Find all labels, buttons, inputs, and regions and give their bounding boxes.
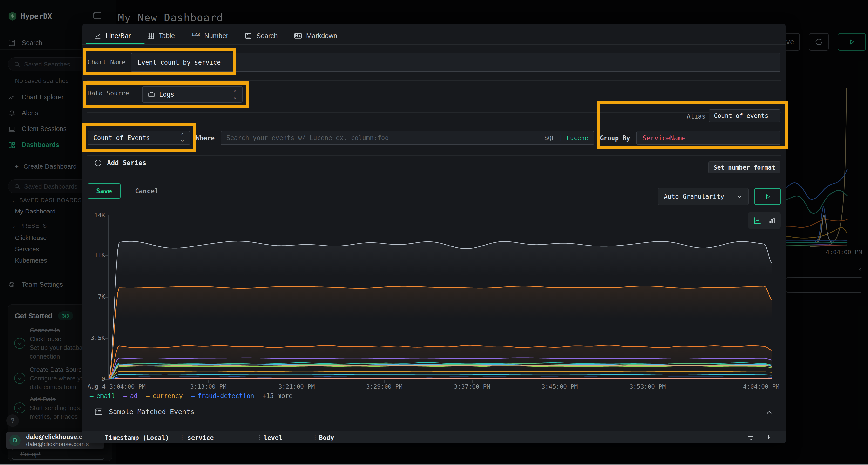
column-header-service[interactable]: service (187, 434, 214, 441)
legend-swatch: — (90, 392, 94, 399)
filter-icon[interactable] (747, 434, 754, 441)
annotation-box-alias-group-by (597, 101, 788, 149)
sample-events-title: Sample Matched Events (109, 408, 194, 416)
column-resize-handle[interactable]: ⋮ (312, 434, 318, 441)
legend-label: fraud-detection (197, 392, 254, 399)
legend-label: currency (153, 392, 183, 399)
legend-item[interactable]: —ad (123, 392, 138, 399)
number-123-icon: 123 (191, 32, 200, 37)
y-tick-label: 0 (86, 375, 105, 383)
legend-item[interactable]: —email (90, 392, 115, 399)
list-icon (94, 408, 103, 416)
chart-legend: —email —ad —currency —fraud-detection +1… (90, 392, 293, 399)
x-tick-label: 3:37:00 PM (454, 383, 490, 390)
legend-swatch: — (146, 392, 150, 399)
y-tick-label: 14K (86, 212, 105, 219)
download-icon[interactable] (765, 434, 772, 441)
annotation-box-data-source (83, 81, 249, 108)
modal-tabbar: Line/Bar Table 123 Number Search (83, 24, 785, 44)
modal-save-button[interactable]: Save (88, 184, 121, 199)
column-header-body[interactable]: Body (319, 434, 334, 441)
x-tick-label: 3:29:00 PM (366, 383, 403, 390)
tab-markdown[interactable]: Markdown (289, 28, 343, 44)
x-tick (769, 380, 769, 383)
table-icon (147, 32, 154, 39)
x-tick (384, 380, 385, 383)
set-number-format-button[interactable]: Set number format (708, 161, 780, 173)
granularity-select[interactable]: Auto Granularity (658, 188, 749, 205)
markdown-icon (294, 32, 302, 39)
granularity-value: Auto Granularity (664, 193, 724, 200)
tab-label: Markdown (306, 32, 337, 40)
where-placeholder: Search your events w/ Lucene ex. column:… (226, 134, 389, 141)
legend-more-link[interactable]: +15 more (262, 392, 292, 399)
mode-separator: | (559, 134, 563, 141)
x-tick-label: 3:13:00 PM (190, 383, 227, 390)
x-tick-label: 4:04:00 PM (743, 383, 779, 390)
legend-label: email (96, 392, 115, 399)
document-list-icon (245, 32, 252, 39)
avatar-initial: D (13, 437, 17, 444)
x-tick-label: Aug 4 3:04:00 PM (88, 383, 146, 390)
x-tick-label: 3:45:00 PM (541, 383, 578, 390)
x-tick (472, 380, 472, 383)
legend-swatch: — (123, 392, 127, 399)
chevron-up-icon (766, 409, 773, 416)
x-tick (297, 380, 297, 383)
y-tick (105, 338, 108, 339)
save-label: Save (96, 187, 112, 195)
legend-item[interactable]: —currency (146, 392, 183, 399)
column-header-timestamp[interactable]: Timestamp (Local) (105, 434, 169, 441)
column-resize-handle[interactable]: ⋮ (256, 434, 263, 441)
line-chart-icon (94, 32, 101, 39)
x-tick (648, 380, 648, 383)
add-series-button[interactable]: Add Series (94, 159, 146, 166)
window-bottom-edge (0, 464, 868, 465)
legend-item[interactable]: —fraud-detection (191, 392, 254, 399)
tab-label: Line/Bar (105, 32, 131, 40)
plus-circle-icon (94, 159, 102, 166)
tab-label: Table (159, 32, 175, 40)
line-chart-plot[interactable] (108, 215, 782, 380)
x-tick (109, 380, 110, 383)
annotation-box-chart-name (83, 48, 236, 75)
y-tick (105, 379, 108, 380)
tab-number[interactable]: 123 Number (186, 28, 234, 44)
legend-label: ad (130, 392, 138, 399)
y-tick-label: 11K (86, 252, 105, 259)
tab-search[interactable]: Search (240, 28, 283, 44)
sample-events-header: Sample Matched Events (94, 408, 194, 416)
tabbar-border (83, 44, 785, 45)
sql-mode-toggle[interactable]: SQL (544, 134, 555, 141)
y-tick (105, 215, 108, 216)
x-tick-label: 3:21:00 PM (278, 383, 315, 390)
cancel-label: Cancel (135, 187, 159, 195)
y-tick-label: 7K (86, 293, 105, 300)
where-label: Where (196, 134, 215, 142)
legend-swatch: — (191, 392, 195, 399)
lucene-mode-toggle[interactable]: Lucene (567, 134, 588, 141)
x-axis (108, 380, 782, 380)
tab-label: Search (256, 32, 278, 40)
modal-divider (87, 156, 781, 156)
modal-cancel-button[interactable]: Cancel (135, 184, 159, 199)
where-input[interactable]: Search your events w/ Lucene ex. column:… (221, 131, 594, 145)
user-email-tooltip: dale@clickhouse.com's (26, 441, 89, 447)
y-tick (105, 255, 108, 256)
play-icon (765, 194, 771, 199)
y-tick-label: 3.5K (86, 334, 105, 341)
avatar: D (9, 435, 21, 446)
column-resize-handle[interactable]: ⋮ (179, 434, 185, 441)
chevron-down-icon (736, 194, 743, 200)
run-chart-button[interactable] (754, 188, 781, 205)
x-tick (208, 380, 209, 383)
tab-line-bar[interactable]: Line/Bar (89, 28, 136, 44)
collapse-section-button[interactable] (766, 409, 773, 416)
modal-divider (83, 404, 785, 404)
add-series-label: Add Series (107, 159, 146, 166)
x-tick (560, 380, 560, 383)
y-tick (105, 297, 108, 298)
column-header-level[interactable]: level (264, 434, 282, 441)
tab-table[interactable]: Table (142, 28, 180, 44)
set-number-format-label: Set number format (714, 164, 775, 171)
